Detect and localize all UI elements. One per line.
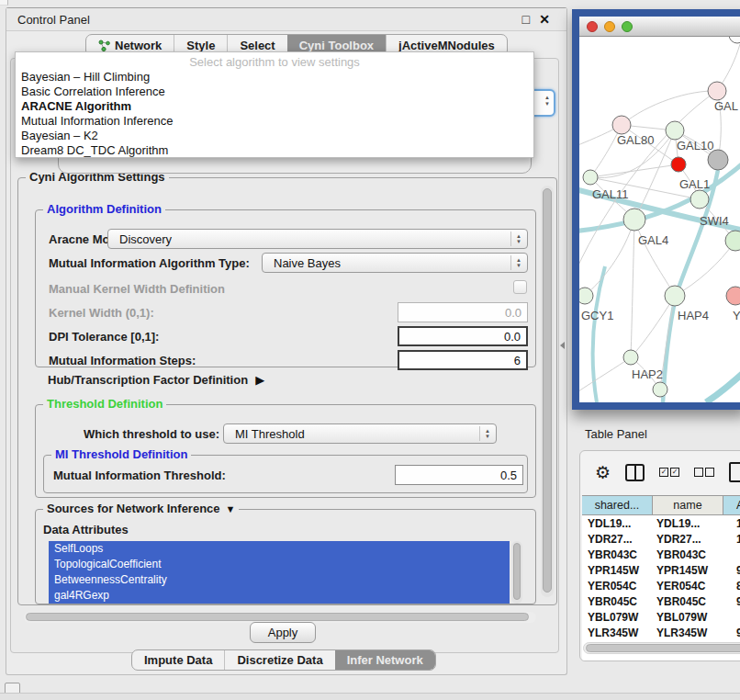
close-traffic-light[interactable] — [587, 21, 598, 32]
mi-threshold-field[interactable]: 0.5 — [395, 465, 523, 485]
node-label: GAL4 — [638, 233, 668, 247]
node[interactable] — [725, 231, 740, 251]
table-row[interactable]: YPR145W YPR145W 9. — [582, 562, 740, 578]
node[interactable] — [708, 82, 726, 100]
dpi-tolerance-field[interactable]: 0.0 — [398, 326, 528, 346]
table-header: shared... name A — [582, 495, 740, 515]
column-header-partial[interactable]: A — [723, 496, 740, 514]
node-label: GAL11 — [592, 187, 629, 201]
spinner-icon: ▲▼ — [544, 95, 550, 107]
node[interactable] — [653, 382, 667, 397]
list-item[interactable]: BetweennessCentrality — [49, 572, 510, 588]
mi-steps-value: 6 — [514, 354, 521, 367]
attributes-vscrollbar[interactable] — [511, 541, 522, 604]
node[interactable] — [665, 286, 685, 306]
which-threshold-combobox[interactable]: MI Threshold ▲▼ — [223, 423, 497, 444]
network-icon — [98, 40, 110, 51]
network-canvas[interactable]: GAL GAL80 GAL10 GAL11 GAL1 SWI4 GAL4 GCY… — [579, 37, 740, 402]
manual-kernel-width-checkbox[interactable] — [513, 280, 527, 294]
node[interactable] — [623, 209, 645, 231]
menu-item[interactable]: Mutual Information Inference — [16, 114, 533, 129]
table-panel-title: Table Panel — [585, 427, 647, 441]
node[interactable] — [583, 170, 598, 185]
hub-definition-label: Hub/Transcription Factor Definition — [48, 373, 248, 387]
splitter-arrow-icon[interactable] — [560, 342, 565, 349]
status-bar — [0, 693, 740, 700]
hub-definition-toggle[interactable]: Hub/Transcription Factor Definition ▶ — [48, 373, 264, 387]
apply-button-label: Apply — [268, 626, 298, 639]
menu-item-selected[interactable]: ARACNE Algorithm — [16, 99, 533, 114]
control-panel-title: Control Panel — [17, 13, 90, 27]
tab-impute-data[interactable]: Impute Data — [132, 650, 224, 670]
node[interactable] — [666, 121, 684, 140]
float-icon[interactable]: □ — [522, 12, 530, 27]
node-selected[interactable] — [671, 157, 686, 172]
data-attributes-list[interactable]: SelfLoops TopologicalCoefficient Between… — [49, 541, 510, 604]
zoom-traffic-light[interactable] — [622, 21, 633, 32]
tab-discretize-data[interactable]: Discretize Data — [224, 650, 334, 670]
kernel-width-field[interactable]: 0.0 — [398, 302, 528, 322]
mi-steps-field[interactable]: 6 — [398, 350, 528, 370]
mi-algorithm-type-combobox[interactable]: Naive Bayes ▲▼ — [262, 253, 528, 273]
close-icon[interactable]: ✕ — [539, 12, 550, 27]
tab-jactivemnodules-label: jActiveMNodules — [398, 39, 495, 52]
table-hscrollbar[interactable] — [583, 642, 740, 654]
apply-button[interactable]: Apply — [250, 622, 316, 643]
list-item[interactable]: SelfLoops — [49, 541, 510, 557]
aracne-mode-combobox[interactable]: Discovery ▲▼ — [107, 229, 528, 249]
control-panel-titlebar: Control Panel □ ✕ — [6, 8, 566, 31]
table-row[interactable]: YBR043C YBR043C — [582, 547, 740, 562]
gear-icon[interactable]: ⚙ — [595, 462, 611, 483]
table-row[interactable]: YDL19... YDL19... 13 — [582, 515, 740, 531]
split-columns-icon[interactable] — [625, 464, 645, 481]
minimize-traffic-light[interactable] — [604, 21, 615, 32]
menu-item[interactable]: Dream8 DC_TDC Algorithm — [16, 143, 533, 158]
table-row[interactable]: YLR345W YLR345W 9. — [582, 625, 740, 640]
node[interactable] — [726, 287, 740, 305]
node[interactable] — [729, 37, 740, 43]
tab-style-label: Style — [186, 39, 215, 52]
table-row[interactable]: YBL079W YBL079W — [582, 609, 740, 625]
tab-cyni-toolbox-label: Cyni Toolbox — [299, 39, 374, 52]
table-panel: ⚙ ✓ ✓ shared... name A YDL19... YDL19...… — [579, 450, 740, 661]
sources-title-row[interactable]: Sources for Network Inference ▼ — [43, 502, 239, 515]
select-all-checks-icon[interactable]: ✓ ✓ — [659, 468, 679, 477]
data-attributes-label: Data Attributes — [43, 523, 129, 536]
network-window-titlebar[interactable] — [579, 17, 740, 37]
mi-steps-label: Mutual Information Steps: — [49, 354, 196, 367]
dpi-tolerance-label: DPI Tolerance [0,1]: — [49, 330, 159, 344]
tab-infer-network[interactable]: Infer Network — [335, 650, 435, 670]
clear-checks-icon[interactable] — [694, 468, 714, 477]
settings-vscrollbar[interactable] — [541, 186, 554, 597]
menu-item[interactable]: Bayesian – Hill Climbing — [16, 70, 533, 85]
which-threshold-value: MI Threshold — [235, 427, 305, 441]
node[interactable] — [623, 350, 638, 365]
node[interactable] — [708, 150, 728, 170]
mi-algorithm-type-value: Naive Bayes — [274, 256, 341, 270]
list-item[interactable]: TopologicalCoefficient — [49, 557, 510, 572]
manual-kernel-width-label: Manual Kernel Width Definition — [49, 282, 225, 296]
aracne-mode-value: Discovery — [119, 232, 172, 246]
table-row[interactable]: YDR27... YDR27... 12 — [582, 531, 740, 547]
table-row[interactable]: YER054C YER054C 8. — [582, 578, 740, 593]
menu-item[interactable]: Bayesian – K2 — [16, 129, 533, 143]
node-label: GAL80 — [617, 133, 654, 147]
column-header-name[interactable]: name — [653, 496, 723, 514]
chevron-down-icon: ▼ — [226, 503, 236, 514]
cyni-algorithm-settings-group: Cyni Algorithm Settings Algorithm Defini… — [17, 177, 557, 605]
dpi-tolerance-value: 0.0 — [504, 330, 521, 344]
node[interactable] — [690, 190, 709, 209]
chevron-right-icon: ▶ — [255, 373, 264, 387]
document-icon[interactable] — [729, 462, 740, 482]
column-header-shared-name[interactable]: shared... — [582, 496, 653, 514]
node[interactable] — [579, 288, 593, 304]
list-item[interactable]: gal4RGexp — [49, 588, 510, 604]
node[interactable] — [612, 116, 631, 134]
node-label: GAL10 — [677, 139, 713, 152]
threshold-definition-group: Threshold Definition Which threshold to … — [35, 404, 536, 498]
table-row[interactable]: YBR045C YBR045C 9. — [582, 593, 740, 609]
kernel-width-label: Kernel Width (0,1): — [49, 306, 154, 320]
spinner-icon: ▲▼ — [479, 426, 492, 441]
tab-impute-data-label: Impute Data — [144, 653, 212, 667]
menu-item[interactable]: Basic Correlation Inference — [16, 85, 533, 99]
